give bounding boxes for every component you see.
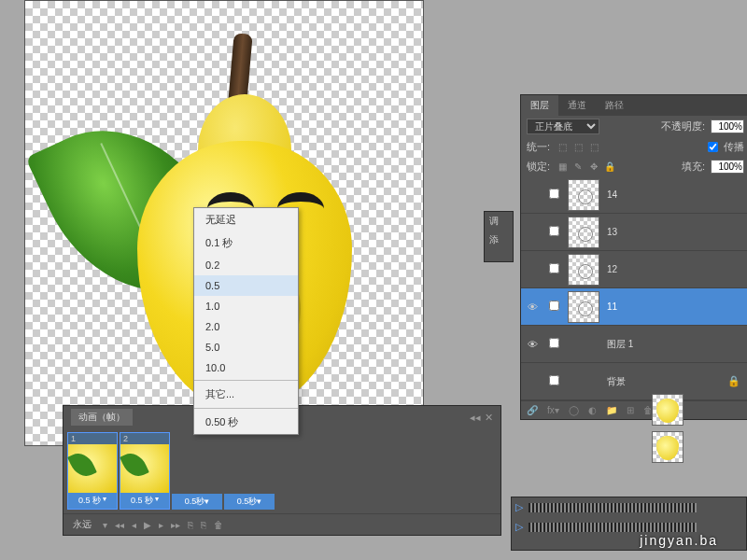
timeline-bars-2[interactable] <box>529 523 697 532</box>
layer-name[interactable]: 13 <box>603 227 617 237</box>
propagate-label: 传播 <box>724 140 744 154</box>
link-layers-icon[interactable]: 🔗 <box>527 405 538 415</box>
frames-strip: 10.5 秒▾20.5 秒▾0.5秒▾0.5秒▾ <box>63 428 500 513</box>
layers-panel-tabs: 图层通道路径 <box>521 95 747 116</box>
loop-dropdown-icon[interactable]: ▾ <box>103 520 107 530</box>
lock-all-icon[interactable]: 🔒 <box>603 161 616 174</box>
delay-current[interactable]: 0.50 秒 <box>194 411 298 434</box>
layer-name[interactable]: 12 <box>603 264 617 274</box>
layer-row[interactable]: 背景🔒 <box>521 363 747 400</box>
lock-transparency-icon[interactable]: ▦ <box>556 161 569 174</box>
frame-delay[interactable]: 0.5 秒▾ <box>120 493 169 509</box>
panel-tab[interactable]: 路径 <box>596 95 633 116</box>
lock-position-icon[interactable]: ✥ <box>587 161 600 174</box>
layer-checkbox[interactable] <box>543 226 564 238</box>
visibility-toggle[interactable]: 👁 <box>521 301 543 313</box>
delay-option[interactable]: 0.2 <box>194 255 298 275</box>
frame-delay-extra[interactable]: 0.5秒▾ <box>224 494 275 510</box>
layer-checkbox[interactable] <box>543 263 564 275</box>
layers-panel-footer: 🔗 fx▾ ◯ ◐ 📁 ⊞ 🗑 <box>521 400 747 419</box>
prev-frame-button[interactable]: ◂ <box>132 520 136 530</box>
fill-label: 填充: <box>682 160 705 174</box>
panel-close-icon[interactable]: ✕ <box>485 412 493 424</box>
frame-delay[interactable]: 0.5 秒▾ <box>68 493 117 509</box>
layer-row[interactable]: 14 <box>521 176 747 214</box>
frame-thumbnail <box>68 444 117 493</box>
layer-thumbnail <box>652 431 684 463</box>
animation-frame[interactable]: 10.5 秒▾ <box>67 432 118 510</box>
layer-mask-icon[interactable]: ◯ <box>569 405 579 415</box>
layer-checkbox[interactable] <box>543 189 564 201</box>
delay-option[interactable]: 10.0 <box>194 357 298 378</box>
frame-thumbnail <box>120 444 169 493</box>
layer-row[interactable]: 👁11 <box>521 288 747 326</box>
propagate-checkbox[interactable] <box>708 142 718 152</box>
opacity-label: 不透明度: <box>661 119 705 133</box>
mini-label-2: 添 <box>485 231 513 249</box>
layer-name[interactable]: 背景 <box>603 375 626 388</box>
animation-frame[interactable]: 20.5 秒▾ <box>120 432 170 510</box>
mini-label-1: 调 <box>485 212 513 231</box>
blend-mode-select[interactable]: 正片叠底 <box>527 119 599 134</box>
layer-row[interactable]: 👁图层 1 <box>521 326 747 363</box>
layer-checkbox[interactable] <box>543 375 564 387</box>
expand-icon-2[interactable]: ▷ <box>515 521 523 533</box>
lock-icons: ▦ ✎ ✥ 🔒 <box>556 161 616 174</box>
layer-thumbnail <box>652 394 684 426</box>
lock-icon: 🔒 <box>727 375 740 387</box>
layer-thumbnail <box>568 179 599 211</box>
animation-controls: 永远 ▾ ◂◂ ◂ ▶ ▸ ▸▸ ⎘ ⎘ 🗑 <box>63 513 500 535</box>
layer-checkbox[interactable] <box>543 338 564 350</box>
loop-selector[interactable]: 永远 <box>69 517 95 532</box>
last-frame-button[interactable]: ▸▸ <box>171 520 180 530</box>
layer-thumbnail <box>568 217 599 248</box>
delete-frame-button[interactable]: 🗑 <box>214 520 223 530</box>
play-button[interactable]: ▶ <box>144 520 151 530</box>
unify-style-icon[interactable]: ⬚ <box>587 141 600 154</box>
new-layer-icon[interactable]: ⊞ <box>627 405 634 415</box>
unify-label: 统一: <box>527 140 550 154</box>
panel-collapse-icon[interactable]: ◂◂ <box>470 412 481 424</box>
layer-fx-icon[interactable]: fx▾ <box>547 405 559 415</box>
visibility-toggle[interactable]: 👁 <box>521 339 543 350</box>
duplicate-frame-button[interactable]: ⎘ <box>201 520 206 530</box>
frame-number: 2 <box>120 433 169 444</box>
layer-row[interactable]: 12 <box>521 251 747 288</box>
delay-option[interactable]: 2.0 <box>194 316 298 337</box>
lock-label: 锁定: <box>527 160 550 174</box>
delay-option[interactable]: 无延迟 <box>194 208 298 231</box>
fill-input[interactable] <box>711 160 744 174</box>
next-frame-button[interactable]: ▸ <box>159 520 163 530</box>
layer-list: 141312👁11👁图层 1背景🔒 <box>521 176 747 400</box>
delay-other[interactable]: 其它... <box>194 383 298 406</box>
opacity-input[interactable] <box>711 119 744 133</box>
delay-option[interactable]: 1.0 <box>194 296 298 316</box>
layer-name[interactable]: 14 <box>603 189 617 200</box>
unify-visibility-icon[interactable]: ⬚ <box>571 141 585 154</box>
layer-name[interactable]: 图层 1 <box>603 338 633 351</box>
layer-thumbnail <box>568 254 599 286</box>
layer-name[interactable]: 11 <box>603 301 617 312</box>
tween-button[interactable]: ⎘ <box>188 520 193 530</box>
lock-pixels-icon[interactable]: ✎ <box>571 161 585 174</box>
panel-tab[interactable]: 通道 <box>558 95 596 116</box>
frame-number: 1 <box>68 433 117 444</box>
timeline-mini: ▷ ▷ jingyan.ba <box>511 497 747 551</box>
panel-tab[interactable]: 图层 <box>521 95 558 116</box>
layer-checkbox[interactable] <box>543 301 564 313</box>
layer-thumbnail <box>568 291 599 323</box>
delay-option[interactable]: 5.0 <box>194 337 298 357</box>
adjustment-layer-icon[interactable]: ◐ <box>588 405 597 415</box>
layer-row[interactable]: 13 <box>521 214 747 251</box>
collapsed-panel[interactable]: 调 添 <box>484 211 514 262</box>
animation-tab[interactable]: 动画（帧） <box>71 409 133 426</box>
delay-option[interactable]: 0.5 <box>194 275 298 296</box>
group-icon[interactable]: 📁 <box>606 405 617 415</box>
unify-position-icon[interactable]: ⬚ <box>556 141 569 154</box>
timeline-bars[interactable] <box>529 503 697 512</box>
expand-icon[interactable]: ▷ <box>515 501 523 513</box>
frame-delay-extra[interactable]: 0.5秒▾ <box>172 494 222 510</box>
unify-icons: ⬚ ⬚ ⬚ <box>556 141 600 154</box>
delay-option[interactable]: 0.1 秒 <box>194 231 298 255</box>
first-frame-button[interactable]: ◂◂ <box>115 520 124 530</box>
